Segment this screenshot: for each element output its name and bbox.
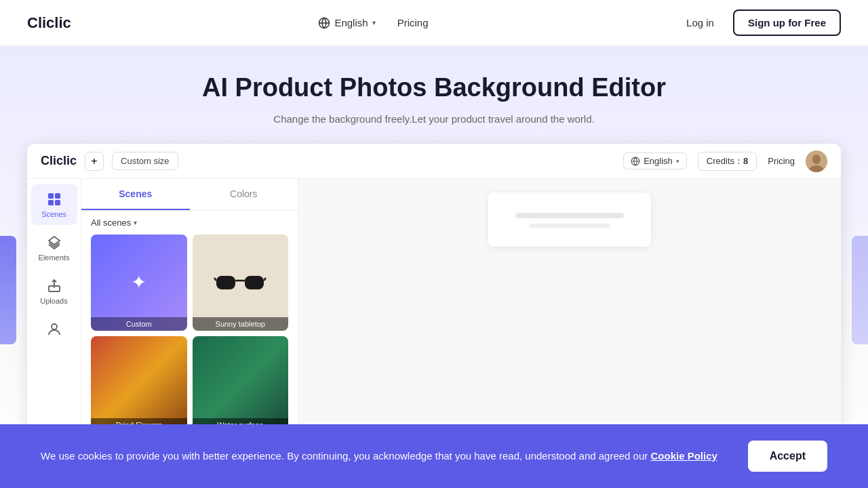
avatar-image [806,150,827,172]
svg-rect-13 [216,276,235,289]
elements-label: Elements [39,253,70,262]
svg-rect-7 [48,193,54,199]
svg-rect-14 [245,276,264,289]
scene-card-water[interactable]: Water surface [193,336,289,432]
hero-subtitle: Change the background freely.Let your pr… [27,113,841,125]
cookie-banner: We use cookies to provide you with bette… [0,424,868,488]
accept-button[interactable]: Accept [748,441,827,472]
svg-point-5 [812,155,821,164]
signup-button[interactable]: Sign up for Free [733,9,841,36]
editor-language-selector[interactable]: English ▾ [623,152,687,169]
svg-rect-18 [515,213,624,218]
scene-card-custom[interactable]: ✦ Custom [91,235,187,331]
tab-scenes[interactable]: Scenes [81,179,190,210]
cookie-policy-link[interactable]: Cookie Policy [650,450,717,462]
chevron-down-icon: ▾ [372,19,376,26]
hero-section: AI Product Photos Background Editor Chan… [27,73,841,125]
language-label: English [334,17,368,28]
elements-icon [46,235,62,251]
upload-icon [46,278,62,294]
pricing-link[interactable]: Pricing [397,17,429,28]
logo: Cliclic [27,14,71,32]
login-button[interactable]: Log in [675,12,725,34]
scenes-grid: ✦ Custom Sunny tabletop [81,235,298,441]
main-nav: English ▾ Pricing [318,17,428,29]
svg-line-17 [264,278,266,281]
tab-colors[interactable]: Colors [190,179,298,210]
editor-pricing-link[interactable]: Pricing [768,156,795,166]
sunglasses-graphic [213,266,267,300]
svg-rect-8 [55,193,60,199]
all-scenes-filter[interactable]: All scenes ▾ [81,211,298,235]
all-scenes-label: All scenes [91,218,131,228]
canvas-placeholder [515,206,624,233]
left-accent [0,236,16,344]
sidebar-item-person[interactable] [31,314,77,347]
custom-size-button[interactable]: Custom size [112,152,178,170]
svg-rect-19 [529,224,610,228]
sidebar-item-elements[interactable]: Elements [31,228,77,268]
header-actions: Log in Sign up for Free [675,9,841,36]
credits-value: 8 [743,156,748,166]
add-button[interactable]: + [85,152,104,171]
user-avatar[interactable] [806,150,827,172]
language-selector[interactable]: English ▾ [318,17,375,29]
editor-lang-label: English [644,156,673,166]
svg-line-16 [214,278,216,281]
sidebar-item-uploads[interactable]: Uploads [31,271,77,312]
editor-toolbar-left: Cliclic + Custom size [41,152,178,171]
cookie-text: We use cookies to provide you with bette… [41,449,721,464]
scene-sunny-label: Sunny tabletop [193,317,289,331]
svg-rect-9 [48,200,54,205]
header: Cliclic English ▾ Pricing Log in Sign up… [0,0,868,46]
editor-logo: Cliclic [41,154,77,168]
scenes-label: Scenes [41,210,66,218]
uploads-label: Uploads [40,297,67,305]
cookie-message: We use cookies to provide you with bette… [41,450,650,462]
globe-icon-small [631,157,640,166]
globe-icon [318,17,330,29]
person-icon [46,321,62,338]
scene-card-sunny[interactable]: Sunny tabletop [193,235,289,331]
right-accent [852,236,868,344]
scene-custom-label: Custom [91,317,187,331]
scenes-icon [46,191,62,207]
hero-title: AI Product Photos Background Editor [27,73,841,102]
editor-toolbar-right: English ▾ Credits：8 Pricing [623,150,827,172]
canvas-inner [488,192,651,247]
svg-rect-10 [55,200,60,205]
sidebar-item-scenes[interactable]: Scenes [31,184,77,225]
svg-point-12 [52,324,57,329]
sparkle-icon: ✦ [131,271,146,293]
chevron-down-icon: ▾ [676,158,679,165]
scene-card-dried[interactable]: Dried Flowers [91,336,187,432]
credits-label: Credits： [707,156,743,166]
scenes-tabs: Scenes Colors [81,179,298,211]
editor-toolbar: Cliclic + Custom size English ▾ Credits：… [27,144,841,179]
chevron-down-icon: ▾ [134,219,137,226]
credits-display: Credits：8 [698,152,757,171]
